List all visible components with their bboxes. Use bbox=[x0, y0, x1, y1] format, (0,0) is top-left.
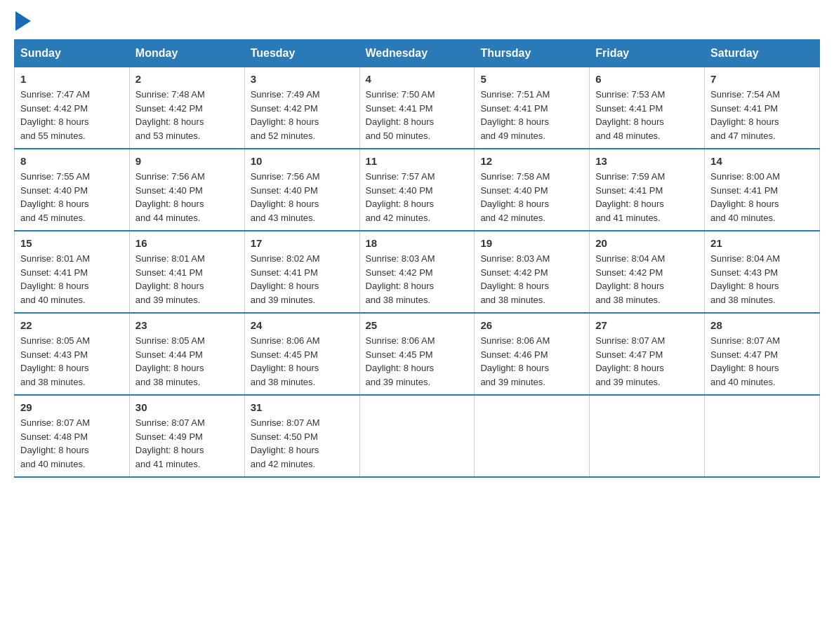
calendar-day-cell: 23 Sunrise: 8:05 AM Sunset: 4:44 PM Dayl… bbox=[129, 313, 244, 395]
day-info: Sunrise: 8:05 AM Sunset: 4:43 PM Dayligh… bbox=[20, 334, 124, 389]
calendar-day-cell: 11 Sunrise: 7:57 AM Sunset: 4:40 PM Dayl… bbox=[359, 149, 475, 231]
day-info: Sunrise: 8:04 AM Sunset: 4:42 PM Dayligh… bbox=[595, 252, 699, 307]
day-number: 23 bbox=[135, 319, 239, 331]
calendar-day-cell bbox=[359, 395, 475, 477]
calendar-day-cell: 3 Sunrise: 7:49 AM Sunset: 4:42 PM Dayli… bbox=[244, 67, 359, 149]
day-info: Sunrise: 7:53 AM Sunset: 4:41 PM Dayligh… bbox=[595, 88, 699, 142]
day-number: 12 bbox=[480, 155, 583, 167]
day-info: Sunrise: 8:04 AM Sunset: 4:43 PM Dayligh… bbox=[710, 252, 814, 307]
day-number: 9 bbox=[135, 155, 239, 167]
calendar-day-cell: 20 Sunrise: 8:04 AM Sunset: 4:42 PM Dayl… bbox=[590, 231, 705, 313]
day-number: 18 bbox=[366, 237, 469, 249]
day-info: Sunrise: 8:07 AM Sunset: 4:48 PM Dayligh… bbox=[20, 416, 124, 471]
day-number: 8 bbox=[20, 155, 124, 167]
week-row-4: 22 Sunrise: 8:05 AM Sunset: 4:43 PM Dayl… bbox=[15, 313, 820, 395]
svg-marker-0 bbox=[15, 11, 31, 31]
week-row-1: 1 Sunrise: 7:47 AM Sunset: 4:42 PM Dayli… bbox=[15, 67, 820, 149]
day-number: 16 bbox=[135, 237, 239, 249]
day-info: Sunrise: 7:51 AM Sunset: 4:41 PM Dayligh… bbox=[480, 88, 583, 142]
calendar-day-cell: 6 Sunrise: 7:53 AM Sunset: 4:41 PM Dayli… bbox=[590, 67, 705, 149]
day-number: 25 bbox=[366, 319, 469, 331]
page-header bbox=[14, 14, 820, 31]
calendar-day-cell: 31 Sunrise: 8:07 AM Sunset: 4:50 PM Dayl… bbox=[244, 395, 359, 477]
calendar-day-cell: 25 Sunrise: 8:06 AM Sunset: 4:45 PM Dayl… bbox=[359, 313, 475, 395]
day-number: 3 bbox=[251, 73, 354, 85]
day-info: Sunrise: 8:03 AM Sunset: 4:42 PM Dayligh… bbox=[366, 252, 469, 307]
day-number: 19 bbox=[480, 237, 583, 249]
week-row-3: 15 Sunrise: 8:01 AM Sunset: 4:41 PM Dayl… bbox=[15, 231, 820, 313]
calendar-day-cell: 28 Sunrise: 8:07 AM Sunset: 4:47 PM Dayl… bbox=[705, 313, 820, 395]
day-info: Sunrise: 7:54 AM Sunset: 4:41 PM Dayligh… bbox=[710, 88, 814, 142]
calendar-day-cell bbox=[590, 395, 705, 477]
header-saturday: Saturday bbox=[705, 40, 820, 67]
calendar-day-cell: 27 Sunrise: 8:07 AM Sunset: 4:47 PM Dayl… bbox=[590, 313, 705, 395]
day-number: 4 bbox=[366, 73, 469, 85]
day-info: Sunrise: 8:00 AM Sunset: 4:41 PM Dayligh… bbox=[710, 170, 814, 224]
calendar-day-cell: 18 Sunrise: 8:03 AM Sunset: 4:42 PM Dayl… bbox=[359, 231, 475, 313]
day-info: Sunrise: 7:59 AM Sunset: 4:41 PM Dayligh… bbox=[595, 170, 699, 224]
day-number: 13 bbox=[595, 155, 699, 167]
calendar-table: SundayMondayTuesdayWednesdayThursdayFrid… bbox=[14, 39, 820, 478]
day-number: 6 bbox=[595, 73, 699, 85]
logo bbox=[14, 14, 31, 31]
calendar-day-cell: 12 Sunrise: 7:58 AM Sunset: 4:40 PM Dayl… bbox=[475, 149, 590, 231]
day-number: 30 bbox=[135, 401, 239, 413]
calendar-day-cell: 10 Sunrise: 7:56 AM Sunset: 4:40 PM Dayl… bbox=[244, 149, 359, 231]
day-number: 28 bbox=[710, 319, 814, 331]
calendar-day-cell: 8 Sunrise: 7:55 AM Sunset: 4:40 PM Dayli… bbox=[15, 149, 130, 231]
day-number: 20 bbox=[595, 237, 699, 249]
week-row-2: 8 Sunrise: 7:55 AM Sunset: 4:40 PM Dayli… bbox=[15, 149, 820, 231]
week-row-5: 29 Sunrise: 8:07 AM Sunset: 4:48 PM Dayl… bbox=[15, 395, 820, 477]
day-info: Sunrise: 8:05 AM Sunset: 4:44 PM Dayligh… bbox=[135, 334, 239, 389]
calendar-day-cell bbox=[705, 395, 820, 477]
day-info: Sunrise: 7:47 AM Sunset: 4:42 PM Dayligh… bbox=[20, 88, 124, 142]
header-wednesday: Wednesday bbox=[359, 40, 475, 67]
day-number: 27 bbox=[595, 319, 699, 331]
calendar-day-cell: 4 Sunrise: 7:50 AM Sunset: 4:41 PM Dayli… bbox=[359, 67, 475, 149]
day-info: Sunrise: 7:48 AM Sunset: 4:42 PM Dayligh… bbox=[135, 88, 239, 142]
day-number: 17 bbox=[251, 237, 354, 249]
calendar-day-cell: 19 Sunrise: 8:03 AM Sunset: 4:42 PM Dayl… bbox=[475, 231, 590, 313]
day-info: Sunrise: 7:49 AM Sunset: 4:42 PM Dayligh… bbox=[251, 88, 354, 142]
header-monday: Monday bbox=[129, 40, 244, 67]
calendar-day-cell: 30 Sunrise: 8:07 AM Sunset: 4:49 PM Dayl… bbox=[129, 395, 244, 477]
calendar-header-row: SundayMondayTuesdayWednesdayThursdayFrid… bbox=[15, 40, 820, 67]
day-info: Sunrise: 8:07 AM Sunset: 4:50 PM Dayligh… bbox=[251, 416, 354, 471]
day-number: 31 bbox=[251, 401, 354, 413]
day-number: 5 bbox=[480, 73, 583, 85]
day-info: Sunrise: 8:07 AM Sunset: 4:47 PM Dayligh… bbox=[710, 334, 814, 389]
day-info: Sunrise: 7:57 AM Sunset: 4:40 PM Dayligh… bbox=[366, 170, 469, 224]
day-info: Sunrise: 8:07 AM Sunset: 4:47 PM Dayligh… bbox=[595, 334, 699, 389]
header-thursday: Thursday bbox=[475, 40, 590, 67]
logo-triangle-icon bbox=[15, 11, 31, 31]
day-number: 2 bbox=[135, 73, 239, 85]
day-number: 11 bbox=[366, 155, 469, 167]
calendar-day-cell: 13 Sunrise: 7:59 AM Sunset: 4:41 PM Dayl… bbox=[590, 149, 705, 231]
day-info: Sunrise: 7:56 AM Sunset: 4:40 PM Dayligh… bbox=[135, 170, 239, 224]
calendar-day-cell: 14 Sunrise: 8:00 AM Sunset: 4:41 PM Dayl… bbox=[705, 149, 820, 231]
day-info: Sunrise: 8:06 AM Sunset: 4:45 PM Dayligh… bbox=[366, 334, 469, 389]
calendar-day-cell: 9 Sunrise: 7:56 AM Sunset: 4:40 PM Dayli… bbox=[129, 149, 244, 231]
calendar-day-cell: 15 Sunrise: 8:01 AM Sunset: 4:41 PM Dayl… bbox=[15, 231, 130, 313]
day-number: 21 bbox=[710, 237, 814, 249]
calendar-day-cell: 22 Sunrise: 8:05 AM Sunset: 4:43 PM Dayl… bbox=[15, 313, 130, 395]
calendar-day-cell: 5 Sunrise: 7:51 AM Sunset: 4:41 PM Dayli… bbox=[475, 67, 590, 149]
day-info: Sunrise: 7:56 AM Sunset: 4:40 PM Dayligh… bbox=[251, 170, 354, 224]
day-number: 10 bbox=[251, 155, 354, 167]
day-number: 22 bbox=[20, 319, 124, 331]
calendar-day-cell: 26 Sunrise: 8:06 AM Sunset: 4:46 PM Dayl… bbox=[475, 313, 590, 395]
calendar-day-cell: 1 Sunrise: 7:47 AM Sunset: 4:42 PM Dayli… bbox=[15, 67, 130, 149]
day-number: 24 bbox=[251, 319, 354, 331]
calendar-day-cell: 24 Sunrise: 8:06 AM Sunset: 4:45 PM Dayl… bbox=[244, 313, 359, 395]
day-number: 7 bbox=[710, 73, 814, 85]
day-number: 29 bbox=[20, 401, 124, 413]
calendar-day-cell: 17 Sunrise: 8:02 AM Sunset: 4:41 PM Dayl… bbox=[244, 231, 359, 313]
header-friday: Friday bbox=[590, 40, 705, 67]
day-info: Sunrise: 7:58 AM Sunset: 4:40 PM Dayligh… bbox=[480, 170, 583, 224]
day-info: Sunrise: 8:01 AM Sunset: 4:41 PM Dayligh… bbox=[135, 252, 239, 307]
header-sunday: Sunday bbox=[15, 40, 130, 67]
day-number: 15 bbox=[20, 237, 124, 249]
day-number: 14 bbox=[710, 155, 814, 167]
day-number: 1 bbox=[20, 73, 124, 85]
calendar-day-cell bbox=[475, 395, 590, 477]
